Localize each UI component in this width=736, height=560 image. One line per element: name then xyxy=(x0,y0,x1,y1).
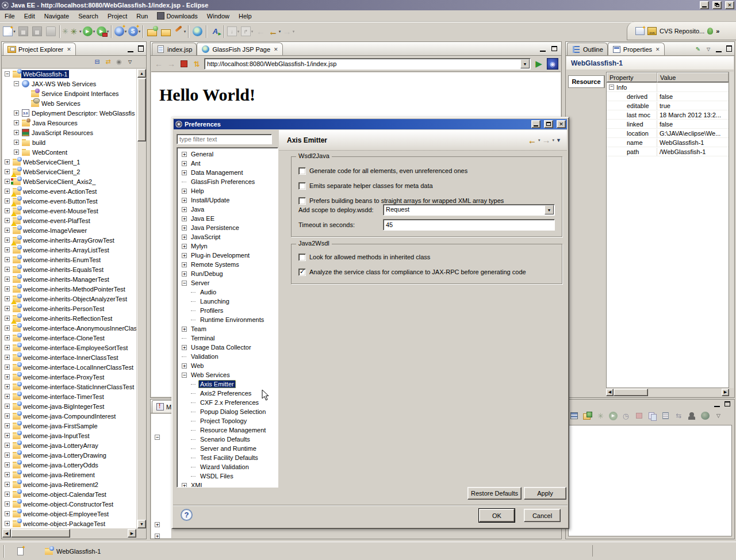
tree-expander-icon[interactable] xyxy=(5,208,10,213)
browser-refresh-icon[interactable]: ⇅ xyxy=(191,60,202,68)
tree-expander-icon[interactable] xyxy=(182,281,187,286)
tree-expander-icon[interactable] xyxy=(5,228,10,233)
tree-item[interactable]: welcome-event-ButtonTest xyxy=(2,196,136,206)
url-input[interactable] xyxy=(206,59,520,68)
tree-item[interactable]: welcome-interface-CloneTest xyxy=(2,333,136,343)
tree-item[interactable]: welcome-inherits-ManagerTest xyxy=(2,274,136,284)
tree-expander-icon[interactable] xyxy=(191,446,196,451)
tree-expander-icon[interactable] xyxy=(182,216,187,221)
scroll-right-icon[interactable]: ▶ xyxy=(722,389,729,396)
tree-item[interactable]: welcome-java-FirstSample xyxy=(2,421,136,431)
tree-expander-icon[interactable] xyxy=(5,286,10,291)
explorer-vertical-scrollbar[interactable]: ▲ ▼ xyxy=(137,69,146,528)
tree-item[interactable]: WebServiceClient_Axis2_ xyxy=(2,177,136,186)
toolbar-button[interactable]: ▾ xyxy=(141,25,145,39)
view-menu-icon[interactable]: ▽ xyxy=(704,44,713,53)
checkbox[interactable] xyxy=(298,197,306,205)
tree-item[interactable]: welcome-java-LotteryArray xyxy=(2,440,136,450)
preferences-tree-item[interactable]: JavaScript xyxy=(177,232,278,241)
toolbar-button[interactable]: ▾ xyxy=(82,25,95,39)
servers-toolbar-icon[interactable] xyxy=(687,411,697,420)
tree-expander-icon[interactable] xyxy=(5,394,10,399)
close-icon[interactable]: ✕ xyxy=(67,47,71,52)
tree-item[interactable]: welcome-java-LotteryDrawing xyxy=(2,450,136,460)
tree-expander-icon[interactable] xyxy=(182,271,187,277)
menu-item[interactable]: Search xyxy=(74,11,103,21)
tree-expander-icon[interactable] xyxy=(182,170,187,175)
tree-expander-icon[interactable] xyxy=(5,277,10,282)
toolbar-button[interactable]: ▾ xyxy=(113,25,127,39)
toolbar-button[interactable]: ▾ xyxy=(222,25,226,39)
scrollbar-thumb[interactable] xyxy=(614,389,648,396)
view-menu-icon[interactable]: ▼ xyxy=(556,137,561,143)
preferences-tree-item[interactable]: Server and Runtime xyxy=(177,444,278,453)
menu-item[interactable]: Navigate xyxy=(40,11,74,21)
tree-item[interactable]: JAX-WS Web Services xyxy=(2,79,136,89)
toolbar-button[interactable]: ▾ xyxy=(186,25,190,39)
tree-expander-icon[interactable] xyxy=(191,474,196,479)
tree-item[interactable]: welcome-interface-LocalInnerClassTest xyxy=(2,362,136,372)
servers-toolbar-icon[interactable] xyxy=(714,411,723,420)
tree-expander-icon[interactable] xyxy=(5,198,10,204)
editor-tab[interactable]: index.jsp ✕ xyxy=(152,43,197,55)
tree-expander-icon[interactable] xyxy=(155,534,160,539)
checkbox-row[interactable]: Look for allowed methods in inherited cl… xyxy=(298,251,562,263)
menu-item[interactable]: Downloads xyxy=(152,10,202,21)
preferences-tree-item[interactable]: Scenario Defaults xyxy=(177,435,278,444)
checkbox[interactable] xyxy=(298,269,306,276)
toolbar-button[interactable]: ▾ xyxy=(16,25,30,39)
tree-expander-icon[interactable] xyxy=(182,161,187,166)
servers-toolbar-icon[interactable] xyxy=(609,412,618,420)
toolbar-button[interactable]: ▾ xyxy=(281,25,295,39)
servers-toolbar-icon[interactable] xyxy=(661,411,670,420)
tree-expander-icon[interactable] xyxy=(182,354,187,359)
tree-item[interactable]: welcome-event-PlafTest xyxy=(2,216,136,225)
preferences-tree-item[interactable]: General xyxy=(177,149,278,159)
preferences-tree-item[interactable]: Data Management xyxy=(177,168,278,177)
preferences-tree-item[interactable]: Resource Management xyxy=(177,425,278,435)
view-tab[interactable]: Properties ✕ xyxy=(608,43,665,55)
preferences-tree-item[interactable]: Popup Dialog Selection xyxy=(177,407,278,416)
preferences-tree-item[interactable]: Team xyxy=(177,324,278,333)
tree-item[interactable]: welcome-inherits-ArrayListTest xyxy=(2,245,136,255)
preferences-tree-item[interactable]: Ant xyxy=(177,159,278,168)
preferences-tree-item[interactable]: Help xyxy=(177,186,278,195)
apply-button[interactable]: Apply xyxy=(524,487,566,500)
tree-expander-icon[interactable] xyxy=(5,257,10,262)
dialog-close-button[interactable] xyxy=(557,120,566,128)
tree-expander-icon[interactable] xyxy=(182,179,187,185)
tree-expander-icon[interactable] xyxy=(5,345,10,350)
property-row[interactable]: Info xyxy=(607,83,729,92)
preferences-tree-item[interactable]: Validation xyxy=(177,352,278,361)
preferences-tree-item[interactable]: Java Persistence xyxy=(177,223,278,232)
tree-expander-icon[interactable] xyxy=(191,290,196,295)
preferences-tree-item[interactable]: Plug-in Development xyxy=(177,251,278,260)
tree-expander-icon[interactable] xyxy=(5,169,10,174)
servers-toolbar-icon[interactable] xyxy=(582,411,592,420)
servers-toolbar-icon[interactable] xyxy=(569,411,579,420)
property-row[interactable]: name WebGlassfish-1 xyxy=(607,138,729,147)
preferences-tree-item[interactable]: WSDL Files xyxy=(177,471,278,481)
preferences-tree-item[interactable]: Audio xyxy=(177,287,278,297)
toolbar-button[interactable]: ▾ xyxy=(267,25,281,39)
view-menu-icon[interactable]: ▽ xyxy=(125,57,135,67)
tree-item[interactable]: welcome-java-CompoundInterest xyxy=(2,411,136,421)
property-row[interactable]: last moc 18 March 2012 13:2... xyxy=(607,110,729,120)
tree-expander-icon[interactable] xyxy=(5,462,10,467)
filter-input[interactable] xyxy=(178,135,269,143)
tree-expander-icon[interactable] xyxy=(182,363,187,369)
tree-expander-icon[interactable] xyxy=(5,423,10,428)
tree-expander-icon[interactable] xyxy=(5,511,10,516)
property-row[interactable]: editable true xyxy=(607,101,729,110)
dialog-titlebar[interactable]: Preferences xyxy=(174,119,567,129)
properties-vertical-scrollbar[interactable] xyxy=(729,72,734,388)
explorer-horizontal-scrollbar[interactable]: ◀ ▶ xyxy=(2,528,136,538)
tree-item[interactable]: Web Services xyxy=(2,98,136,108)
tree-item[interactable]: welcome-interface-ProxyTest xyxy=(2,372,136,382)
tree-expander-icon[interactable] xyxy=(182,235,187,240)
tree-item[interactable]: welcome-java-Retirement xyxy=(2,470,136,480)
tree-item[interactable]: Java Resources xyxy=(2,118,136,128)
scroll-left-icon[interactable]: ◀ xyxy=(606,389,614,396)
cancel-button[interactable]: Cancel xyxy=(524,509,561,522)
tree-expander-icon[interactable] xyxy=(191,299,196,304)
